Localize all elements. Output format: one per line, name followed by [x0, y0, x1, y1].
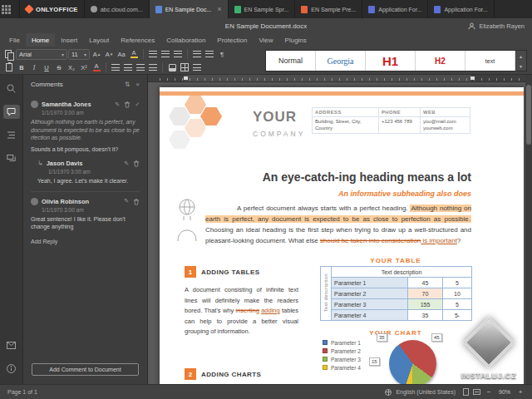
shading-button[interactable]: [166, 62, 178, 73]
nonprinting-chars-button[interactable]: ¶: [216, 48, 228, 60]
user-badge[interactable]: Elizabeth Rayen: [468, 22, 525, 30]
tab-presentation[interactable]: EN Sample Pre...: [295, 0, 362, 18]
watermark-logo: [463, 317, 515, 368]
comments-panel-button[interactable]: [3, 105, 20, 119]
left-indent-marker[interactable]: [184, 76, 188, 80]
apps-menu-button[interactable]: [0, 0, 20, 18]
gallery-down-button[interactable]: ▾: [515, 61, 526, 71]
highlight-color-button[interactable]: A: [128, 48, 140, 60]
sort-comments-icon[interactable]: ⇅: [125, 81, 131, 88]
tab-document-active[interactable]: EN Sample Doc... ×: [150, 0, 229, 18]
menu-home[interactable]: Home: [26, 33, 55, 47]
zoom-value[interactable]: 90%: [497, 389, 512, 395]
navigation-button[interactable]: [3, 128, 20, 142]
change-case-button[interactable]: Aa: [116, 48, 127, 60]
tab-spreadsheet[interactable]: EN Sample Spr...: [229, 0, 296, 18]
table-cell: 5-: [443, 310, 472, 321]
contact-header: ADDRESS: [313, 108, 379, 117]
illustration-doodle: [173, 198, 201, 244]
menu-protection[interactable]: Protection: [211, 33, 253, 47]
zoom-in-button[interactable]: +: [516, 388, 525, 396]
page-indicator[interactable]: Page 1 of 1: [7, 389, 37, 395]
numbered-list-icon: [161, 51, 170, 57]
menu-layout[interactable]: Layout: [83, 33, 115, 47]
close-icon[interactable]: ×: [217, 6, 221, 13]
align-right-button[interactable]: [135, 62, 146, 73]
decrease-font-button[interactable]: A▾: [103, 48, 115, 60]
zoom-out-button[interactable]: −: [485, 388, 493, 396]
resolve-comment-icon[interactable]: ✓: [135, 101, 140, 108]
about-button[interactable]: [3, 362, 20, 376]
italic-button[interactable]: I: [28, 62, 40, 73]
horizontal-ruler[interactable]: [148, 75, 525, 82]
browser-tab-bar: ONLYOFFICE abc.cloud.com... EN Sample Do…: [0, 0, 532, 18]
style-heading2[interactable]: H2: [416, 51, 466, 71]
right-indent-marker[interactable]: [470, 76, 475, 80]
bullet-list-button[interactable]: [147, 48, 159, 60]
subscript-button[interactable]: X₂: [66, 62, 77, 73]
style-heading1[interactable]: H1: [366, 51, 416, 71]
delete-comment-icon[interactable]: [124, 101, 131, 108]
styles-gallery: Normal Georgia H1 H2 text ▴ ▾: [265, 50, 527, 71]
comment-date: 1/1/1970 3:00 am: [42, 110, 140, 116]
tracked-deletion: inserting: [236, 307, 259, 314]
copy-button[interactable]: [3, 48, 15, 60]
add-reply-link[interactable]: Add Reply: [31, 239, 57, 244]
strikethrough-button[interactable]: S: [53, 62, 65, 73]
font-name-select[interactable]: Arial▾: [16, 49, 67, 60]
scrollbar-thumb[interactable]: [526, 85, 531, 145]
menu-insert[interactable]: Insert: [55, 33, 83, 47]
decrease-indent-button[interactable]: [191, 48, 203, 60]
tab-onlyoffice[interactable]: ONLYOFFICE: [20, 0, 85, 18]
table-cell: 5: [443, 278, 472, 288]
multilevel-list-button[interactable]: [172, 48, 184, 60]
tab-label: abc.cloud.com...: [101, 7, 143, 12]
search-button[interactable]: [3, 81, 20, 96]
bold-button[interactable]: B: [16, 62, 27, 73]
style-normal[interactable]: Normal: [266, 51, 316, 71]
comment-thread[interactable]: Samantha Jones ✎ ✓ 1/1/1970 3:00 am Alth…: [31, 95, 140, 191]
edit-comment-icon[interactable]: ✎: [115, 101, 120, 108]
line-spacing-button[interactable]: [191, 62, 203, 73]
comment-thread[interactable]: Olivia Robinson ✎ 1/1/1970 3:00 am Great…: [31, 191, 140, 253]
language-selector[interactable]: English (United States): [385, 389, 456, 396]
add-comment-button[interactable]: Add Comment to Document: [32, 363, 139, 376]
menu-plugins[interactable]: Plugins: [279, 33, 313, 47]
gallery-up-button[interactable]: ▴: [515, 51, 526, 61]
vertical-scrollbar[interactable]: [525, 75, 532, 384]
reply-text: Yeah, I agree. Let's make it clearer.: [37, 177, 140, 185]
superscript-button[interactable]: X²: [78, 62, 90, 73]
delete-comment-icon[interactable]: [133, 160, 140, 167]
justify-button[interactable]: [147, 62, 159, 73]
delete-comment-icon[interactable]: [133, 198, 140, 205]
style-text[interactable]: text: [466, 51, 515, 71]
borders-button[interactable]: [179, 62, 190, 73]
align-left-button[interactable]: [110, 62, 121, 73]
menu-file[interactable]: File: [3, 33, 26, 47]
menu-view[interactable]: View: [253, 33, 278, 47]
menu-collaboration[interactable]: Collaboration: [160, 33, 211, 47]
font-color-button[interactable]: A: [91, 62, 102, 73]
menu-references[interactable]: References: [115, 33, 160, 47]
comment-reply[interactable]: ↳ Jason Davis ✎ 1/1/1970 3:00 am Yeah, I…: [37, 160, 140, 185]
headings-icon: [6, 130, 17, 140]
fit-page-button[interactable]: [463, 388, 469, 396]
style-no-spacing[interactable]: Georgia: [316, 51, 366, 71]
edit-comment-icon[interactable]: ✎: [124, 160, 129, 167]
tab-form-2[interactable]: Application For...: [428, 0, 494, 18]
font-size-select[interactable]: 11▾: [68, 49, 90, 60]
tab-form-1[interactable]: Application For...: [362, 0, 428, 18]
increase-font-button[interactable]: A▴: [91, 48, 102, 60]
tab-portal[interactable]: abc.cloud.com...: [85, 0, 150, 18]
increase-indent-button[interactable]: [204, 48, 215, 60]
align-center-button[interactable]: [122, 62, 134, 73]
close-panel-icon[interactable]: ×: [135, 81, 140, 88]
font-color-bar: [93, 70, 101, 71]
chat-button[interactable]: [3, 151, 20, 165]
fit-width-button[interactable]: [473, 389, 480, 395]
paste-button[interactable]: [3, 62, 15, 73]
underline-button[interactable]: U: [41, 62, 52, 73]
edit-comment-icon[interactable]: ✎: [124, 198, 129, 204]
feedback-button[interactable]: [3, 338, 20, 352]
numbered-list-button[interactable]: [160, 48, 171, 60]
